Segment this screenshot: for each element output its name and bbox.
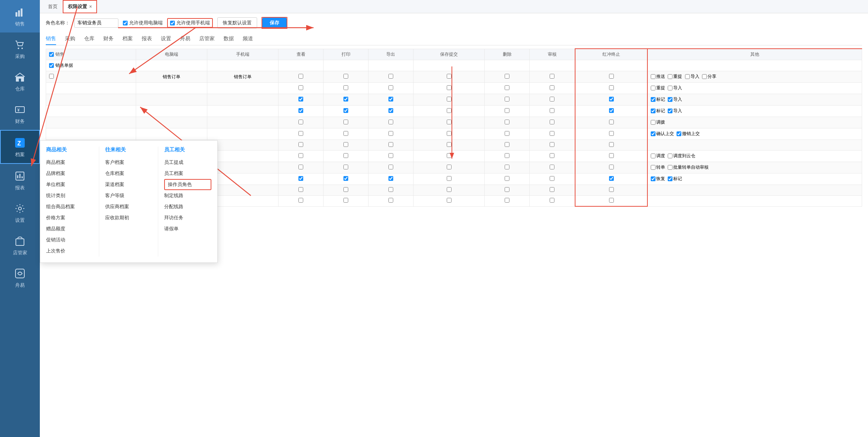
r11-restore-cb[interactable] (651, 176, 656, 181)
sidebar-item-sales[interactable]: 销售 (0, 0, 40, 32)
r10-review-cb[interactable] (550, 165, 554, 169)
r5-print-cb[interactable] (343, 108, 348, 113)
sidebar-item-purchase[interactable]: 采购 (0, 32, 40, 65)
r3-export-cb[interactable] (388, 85, 393, 90)
r5-import-cb[interactable] (668, 109, 672, 113)
r4-import-cb[interactable] (668, 97, 672, 102)
sales-doc-checkbox[interactable] (49, 63, 54, 68)
r9-print-cb[interactable] (343, 153, 348, 158)
r6-transfer-cb[interactable] (651, 120, 656, 125)
sidebar-item-danyibox[interactable]: 舟易 (0, 261, 40, 294)
r13-export-cb[interactable] (388, 198, 393, 203)
sidebar-item-report[interactable]: 报表 (0, 164, 40, 196)
dropdown-item-operator-role[interactable]: 操作员角色 (164, 179, 211, 190)
r2-import-cb[interactable] (685, 74, 690, 79)
r12-view-cb[interactable] (298, 187, 303, 192)
r7-review-cb[interactable] (550, 131, 554, 136)
r4-view-cb[interactable] (298, 97, 303, 101)
r10-export-cb[interactable] (388, 165, 393, 169)
dropdown-item-supplier-archive[interactable]: 供应商档案 (105, 201, 152, 212)
r11-view-cb[interactable] (298, 176, 303, 181)
r5-view-cb[interactable] (298, 108, 303, 113)
r6-del-cb[interactable] (505, 120, 509, 124)
r3-view-cb[interactable] (298, 85, 303, 90)
tab-close-btn[interactable]: × (89, 4, 92, 9)
r7-export-cb[interactable] (388, 131, 393, 136)
allow-pc-checkbox[interactable] (123, 21, 128, 25)
r9-del-cb[interactable] (505, 153, 509, 158)
dropdown-item-price-plan[interactable]: 价格方案 (46, 212, 93, 223)
r8-red-cb[interactable] (609, 142, 614, 147)
nav-tab-archive[interactable]: 档案 (122, 33, 133, 45)
r9-dispatch-cb[interactable] (651, 154, 656, 158)
r12-del-cb[interactable] (505, 187, 509, 192)
r4-export-cb[interactable] (388, 97, 393, 101)
r10-save-cb[interactable] (447, 165, 452, 169)
r3-retry-cb[interactable] (651, 86, 656, 90)
r11-export-cb[interactable] (388, 176, 393, 181)
r9-review-cb[interactable] (550, 153, 554, 158)
r13-del-cb[interactable] (505, 198, 509, 203)
dropdown-item-warehouse-archive[interactable]: 仓库档案 (105, 168, 152, 179)
dropdown-item-customer-archive[interactable]: 客户档案 (105, 157, 152, 168)
dropdown-item-gift-amount[interactable]: 赠品额度 (46, 223, 93, 234)
r2-red-cb[interactable] (609, 74, 614, 79)
r13-view-cb[interactable] (298, 198, 303, 203)
sidebar-item-archive[interactable]: Z 档案 (0, 130, 40, 164)
r6-export-cb[interactable] (388, 120, 393, 124)
r12-save-cb[interactable] (447, 187, 452, 192)
r5-mark-cb[interactable] (651, 109, 656, 113)
r5-review-cb[interactable] (550, 108, 554, 113)
r7-save-cb[interactable] (447, 131, 452, 136)
r8-view-cb[interactable] (298, 142, 303, 147)
allow-mobile-checkbox[interactable] (170, 21, 175, 25)
r6-red-cb[interactable] (609, 120, 614, 124)
r6-save-cb[interactable] (447, 120, 452, 124)
nav-tab-warehouse[interactable]: 仓库 (84, 33, 94, 45)
r9-red-cb[interactable] (609, 153, 614, 158)
dropdown-item-promo[interactable]: 促销活动 (46, 234, 93, 245)
r2-push-cb[interactable] (651, 74, 656, 79)
r3-del-cb[interactable] (505, 85, 509, 90)
header-sales-checkbox[interactable] (49, 52, 54, 57)
nav-tab-report[interactable]: 报表 (142, 33, 152, 45)
r11-save-cb[interactable] (447, 176, 452, 181)
sidebar-item-shopkeeper[interactable]: 店管家 (0, 229, 40, 261)
r2-del-cb[interactable] (505, 74, 509, 79)
r10-transfer-cb[interactable] (651, 165, 656, 170)
r8-export-cb[interactable] (388, 142, 393, 147)
r3-save-cb[interactable] (447, 85, 452, 90)
tab-home[interactable]: 首页 (43, 0, 63, 13)
r12-print-cb[interactable] (343, 187, 348, 192)
r11-mark-cb[interactable] (668, 176, 672, 181)
r12-red-cb[interactable] (609, 187, 614, 192)
r5-red-cb[interactable] (609, 108, 614, 113)
r2-share-cb[interactable] (702, 74, 707, 79)
dropdown-item-visit-task[interactable]: 拜访任务 (164, 212, 211, 223)
r2-main-cb[interactable] (49, 74, 54, 79)
r6-view-cb[interactable] (298, 120, 303, 124)
r6-print-cb[interactable] (343, 120, 348, 124)
r10-view-cb[interactable] (298, 165, 303, 169)
r7-cancel-cb[interactable] (677, 131, 681, 136)
r12-export-cb[interactable] (388, 187, 393, 192)
r6-review-cb[interactable] (550, 120, 554, 124)
r13-print-cb[interactable] (343, 198, 348, 203)
dropdown-item-brand-archive[interactable]: 品牌档案 (46, 168, 93, 179)
r7-view-cb[interactable] (298, 131, 303, 136)
r11-review-cb[interactable] (550, 176, 554, 181)
r3-print-cb[interactable] (343, 85, 348, 90)
r13-save-cb[interactable] (447, 198, 452, 203)
r7-confirm-cb[interactable] (651, 131, 656, 136)
r5-del-cb[interactable] (505, 108, 509, 113)
dropdown-item-channel-archive[interactable]: 渠道档案 (105, 179, 152, 190)
r2-export-cb[interactable] (388, 74, 393, 79)
dropdown-item-staff-commission[interactable]: 员工提成 (164, 157, 211, 168)
r8-del-cb[interactable] (505, 142, 509, 147)
r12-review-cb[interactable] (550, 187, 554, 192)
r10-print-cb[interactable] (343, 165, 348, 169)
sidebar-item-finance[interactable]: ¥ 财务 (0, 97, 40, 130)
r11-del-cb[interactable] (505, 176, 509, 181)
r7-red-cb[interactable] (609, 131, 614, 136)
r8-print-cb[interactable] (343, 142, 348, 147)
